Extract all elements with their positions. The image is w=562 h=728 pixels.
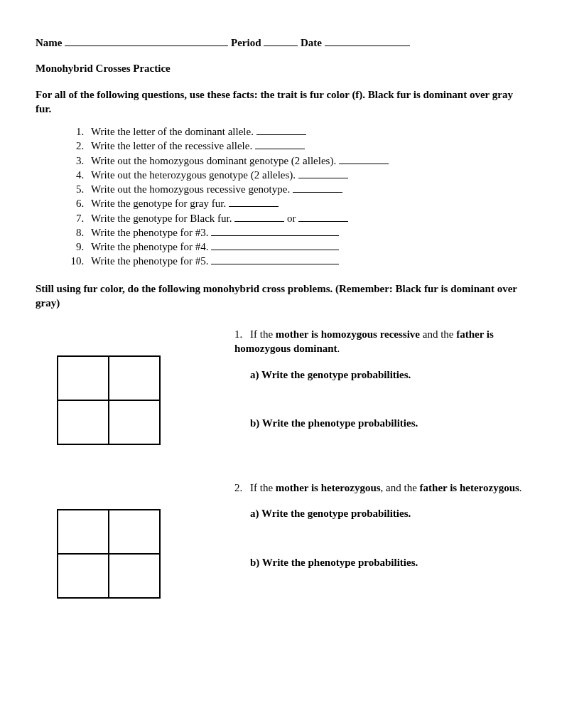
date-blank[interactable]: [325, 36, 410, 46]
question-item: Write out the heterozygous genotype (2 a…: [87, 168, 526, 182]
sub-question-b: b) Write the phenotype probabilities.: [250, 555, 526, 569]
bold-text: mother is homozygous recessive: [276, 328, 420, 340]
answer-blank[interactable]: [339, 154, 389, 164]
answer-blank[interactable]: [211, 225, 339, 236]
answer-blank[interactable]: [255, 139, 305, 149]
problem-1: 1.If the mother is homozygous recessive …: [36, 327, 526, 445]
question-text: Write the phenotype for #4.: [91, 241, 209, 252]
name-blank[interactable]: [65, 36, 228, 46]
text-fragment: If the: [250, 482, 276, 493]
text-fragment: and the: [420, 328, 456, 340]
question-item: Write out the homozygous recessive genot…: [87, 182, 526, 196]
answer-blank[interactable]: [293, 182, 342, 193]
answer-blank[interactable]: [298, 211, 348, 222]
problem-number: 1.: [234, 327, 250, 341]
answer-blank[interactable]: [211, 240, 339, 250]
worksheet-title: Monohybrid Crosses Practice: [36, 61, 526, 75]
or-text: or: [287, 213, 296, 224]
bold-text: mother is heterozygous: [276, 482, 381, 493]
questions-list: Write the letter of the dominant allele.…: [87, 124, 526, 269]
sub-question-a: a) Write the genotype probabilities.: [250, 368, 526, 382]
problem-statement: 2.If the mother is heterozygous, and the…: [234, 481, 526, 495]
text-fragment: .: [519, 482, 522, 493]
sub-question-b: b) Write the phenotype probabilities.: [250, 416, 526, 430]
answer-blank[interactable]: [229, 196, 279, 207]
problem-text: 1.If the mother is homozygous recessive …: [234, 327, 526, 430]
question-item: Write the phenotype for #5.: [87, 254, 526, 268]
punnett-square-container: [36, 327, 234, 445]
problem-2: 2.If the mother is heterozygous, and the…: [36, 481, 526, 599]
period-blank[interactable]: [264, 36, 298, 46]
instructions-text: For all of the following questions, use …: [36, 87, 526, 117]
question-text: Write the phenotype for #5.: [91, 255, 209, 267]
question-text: Write out the homozygous recessive genot…: [91, 183, 290, 195]
text-fragment: If the: [250, 328, 276, 340]
question-item: Write the letter of the recessive allele…: [87, 139, 526, 153]
question-text: Write out the homozygous dominant genoty…: [91, 155, 336, 166]
answer-blank[interactable]: [256, 124, 306, 135]
question-text: Write the genotype for gray fur.: [91, 198, 226, 209]
answer-blank[interactable]: [298, 168, 348, 178]
date-label: Date: [301, 37, 322, 48]
question-text: Write the phenotype for #3.: [91, 227, 209, 238]
answer-blank[interactable]: [234, 211, 284, 222]
punnett-square-container: [36, 481, 234, 599]
punnett-square[interactable]: [57, 355, 161, 445]
question-text: Write the letter of the recessive allele…: [91, 140, 252, 151]
question-item: Write the genotype for Black fur. or: [87, 211, 526, 225]
answer-blank[interactable]: [211, 254, 339, 264]
text-fragment: , and the: [381, 482, 420, 493]
question-item: Write the letter of the dominant allele.: [87, 124, 526, 139]
question-text: Write the genotype for Black fur.: [91, 213, 232, 224]
header-line: Name Period Date: [36, 36, 526, 50]
problem-number: 2.: [234, 481, 250, 495]
question-item: Write out the homozygous dominant genoty…: [87, 154, 526, 168]
question-text: Write out the heterozygous genotype (2 a…: [91, 169, 296, 181]
question-item: Write the phenotype for #4.: [87, 240, 526, 254]
period-label: Period: [231, 37, 261, 48]
section-heading: Still using fur color, do the following …: [36, 282, 526, 311]
problem-statement: 1.If the mother is homozygous recessive …: [234, 327, 526, 356]
sub-question-a: a) Write the genotype probabilities.: [250, 506, 526, 520]
question-item: Write the genotype for gray fur.: [87, 196, 526, 210]
bold-text: father is heterozygous: [420, 482, 519, 493]
text-fragment: .: [337, 343, 340, 354]
punnett-square[interactable]: [57, 509, 161, 599]
problem-text: 2.If the mother is heterozygous, and the…: [234, 481, 526, 569]
question-text: Write the letter of the dominant allele.: [91, 126, 254, 137]
question-item: Write the phenotype for #3.: [87, 225, 526, 240]
name-label: Name: [36, 37, 63, 48]
